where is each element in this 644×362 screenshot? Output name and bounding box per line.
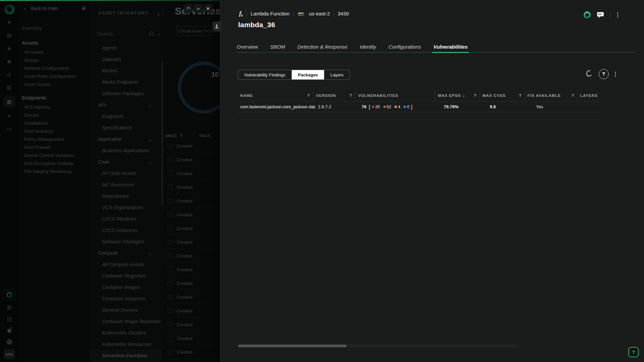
tree-item[interactable]: Software Packages — [91, 88, 161, 99]
tree-item[interactable]: Application — [91, 134, 161, 144]
drawer-tab[interactable]: Identity — [359, 42, 377, 52]
drawer-tab[interactable]: Vulnerabilities — [433, 42, 468, 52]
help-button[interactable]: ? — [628, 347, 639, 357]
tree-item[interactable]: CI/CD Pipelines — [91, 214, 161, 224]
rail-nav-icon[interactable]: ◉ — [5, 57, 14, 66]
more-options-icon[interactable] — [616, 12, 619, 18]
rail-nav-icon[interactable]: ∗ — [5, 111, 14, 120]
sidebar-entry[interactable]: Asset Roles Configuration — [18, 72, 90, 80]
drawer-tab[interactable]: Overview — [236, 42, 259, 52]
column-header[interactable]: NAME ↓↑ — [237, 90, 313, 101]
search-input[interactable] — [96, 31, 146, 37]
subtab-button[interactable]: Packages — [291, 70, 324, 79]
rail-bottom-item[interactable] — [7, 326, 11, 335]
sidebar-entry[interactable]: All Endpoints — [18, 103, 90, 111]
tree-item[interactable]: Kubernetes Resources — [91, 339, 161, 350]
refresh-icon[interactable] — [585, 69, 593, 79]
previous-asset-button[interactable] — [184, 4, 193, 13]
rail-bottom-item[interactable]: MM — [4, 349, 15, 359]
tree-item[interactable]: Business Applications — [91, 145, 161, 156]
filter-funnel-icon[interactable] — [474, 94, 477, 97]
tree-item[interactable]: CI/CD Instances — [91, 225, 161, 236]
chevron-down-icon[interactable] — [157, 32, 160, 35]
rail-bottom-item[interactable]: ? — [7, 338, 12, 346]
sidebar-entry[interactable]: Device Control Violations — [18, 152, 90, 160]
sidebar-entry[interactable]: Groups — [18, 111, 90, 119]
sidebar-entry[interactable]: File Integrity Monitoring — [18, 168, 90, 176]
subtab-button[interactable]: Layers — [324, 70, 350, 79]
drawer-tab[interactable]: SBOM — [270, 42, 286, 52]
rail-nav-icon[interactable]: ◎ — [5, 70, 14, 79]
tree-item[interactable]: Model Endpoints — [91, 77, 161, 87]
tree-item[interactable]: Datasets — [91, 54, 161, 65]
sort-icon[interactable]: ↓↑ — [463, 94, 466, 98]
subtab-button[interactable]: Vulnerability Findings — [238, 70, 291, 79]
tree-item[interactable]: All Compute Assets — [91, 259, 161, 270]
table-row[interactable]: com.fasterxml.jackson.core_jackson-datab… — [237, 101, 600, 112]
sidebar-entry[interactable]: Inventory — [18, 24, 90, 32]
sidebar-entry[interactable]: Endpoints — [18, 94, 90, 102]
column-header[interactable]: VULNERABILITIES ↓↑ — [355, 90, 435, 101]
tree-item[interactable]: Container Registries — [91, 270, 161, 281]
rail-bottom-item[interactable]: ⚙ — [7, 304, 12, 312]
sidebar-entry[interactable]: Installations — [18, 119, 90, 127]
tree-item[interactable]: Endpoints — [91, 111, 161, 122]
rail-nav-icon[interactable]: ★ — [5, 17, 14, 26]
tree-item[interactable]: Serverless Functions — [91, 350, 161, 361]
comments-icon[interactable] — [597, 12, 604, 18]
drawer-tab[interactable]: Detection & Response — [297, 42, 348, 52]
horizontal-scrollbar-track[interactable] — [237, 345, 518, 347]
filter-funnel-icon[interactable] — [307, 94, 310, 97]
filter-funnel-icon[interactable] — [571, 94, 574, 97]
tree-item[interactable]: Kubernetes Clusters — [91, 327, 161, 338]
sidebar-entry[interactable]: Policy Management — [18, 135, 90, 143]
sidebar-entry[interactable]: Assets — [18, 39, 90, 47]
rail-bottom-item[interactable] — [7, 315, 12, 323]
collapse-panel-button[interactable] — [155, 9, 164, 19]
close-drawer-button[interactable]: × — [204, 4, 212, 13]
tree-item[interactable]: Compute — [91, 248, 161, 258]
sidebar-entry[interactable]: Network Configuration — [18, 64, 90, 72]
column-header[interactable]: MAX CVSS ↓↑ — [480, 90, 525, 101]
tree-item[interactable]: API — [91, 100, 161, 110]
rail-nav-icon[interactable]: ▥ — [5, 83, 14, 92]
tree-item[interactable]: VCS Organizations — [91, 202, 161, 213]
tree-item[interactable]: All Code Assets — [91, 168, 161, 179]
column-header[interactable]: FIX AVAILABLE ↓↑ — [525, 90, 577, 101]
tree-item[interactable]: Code — [91, 157, 161, 167]
rail-nav-icon[interactable]: ◈ — [5, 44, 14, 53]
sidebar-entry[interactable]: Groups — [18, 56, 90, 64]
table-more-options-icon[interactable] — [614, 71, 616, 77]
tree-item[interactable]: Software Packages — [91, 236, 161, 247]
drawer-tab[interactable]: Configurations — [388, 42, 422, 52]
tree-item[interactable]: Container Instances — [91, 293, 161, 304]
rail-bottom-item[interactable] — [3, 289, 15, 300]
panel-scrollbar[interactable] — [161, 62, 163, 205]
rail-nav-icon[interactable]: ▭ — [5, 124, 14, 133]
tree-item[interactable]: Specifications — [91, 122, 161, 133]
rail-nav-icon[interactable]: ▦ — [3, 96, 15, 107]
tree-item[interactable]: Container Image Repositories — [91, 316, 161, 327]
rail-nav-icon[interactable]: ▤ — [5, 31, 14, 40]
tree-item[interactable]: Container Images — [91, 282, 161, 293]
back-to-main-link[interactable]: ← Back to main — [23, 5, 58, 11]
sidebar-entry[interactable]: All Assets — [18, 48, 90, 56]
horizontal-scrollbar-thumb[interactable] — [238, 345, 346, 347]
sidebar-entry[interactable]: Host Inventory — [18, 127, 90, 135]
column-header[interactable]: MAX EPSS ↓↑ — [435, 90, 480, 101]
column-header[interactable]: VERSION ↓↑ — [313, 90, 355, 101]
tree-item[interactable]: IaC Resources — [91, 179, 161, 190]
brand-logo-icon[interactable] — [4, 4, 14, 14]
filter-funnel-icon[interactable] — [519, 94, 522, 97]
tree-item[interactable]: Repositories — [91, 191, 161, 201]
next-asset-button[interactable] — [194, 4, 203, 13]
orca-ring-icon[interactable] — [584, 11, 591, 18]
sidebar-entry[interactable]: Host Firewall — [18, 143, 90, 152]
sidebar-entry[interactable]: Disk Encryption Visibility — [18, 160, 90, 168]
filter-funnel-icon[interactable] — [350, 94, 353, 97]
tree-item[interactable]: Models — [91, 65, 161, 76]
filter-button[interactable] — [599, 69, 609, 79]
tree-item[interactable]: General Devices — [91, 305, 161, 315]
column-header[interactable]: LAYERS ↓↑ — [577, 90, 600, 101]
sidebar-entry[interactable]: Asset Scores — [18, 80, 90, 88]
